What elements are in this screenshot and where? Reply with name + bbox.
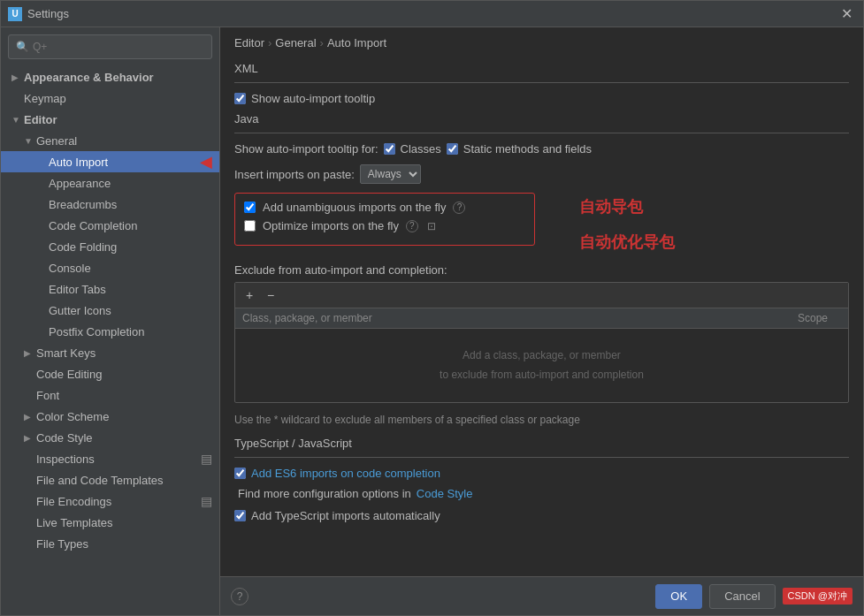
sidebar-item-code-folding[interactable]: Code Folding — [1, 236, 219, 257]
sidebar-item-label: Font — [36, 389, 59, 402]
sidebar-tree: ▶ Appearance & Behavior Keymap ▼ Editor … — [1, 66, 219, 615]
sidebar-item-code-style[interactable]: ▶ Code Style — [1, 427, 219, 448]
sidebar-item-appearance-behavior[interactable]: ▶ Appearance & Behavior — [1, 66, 219, 87]
sidebar-item-label: File and Code Templates — [36, 474, 164, 487]
exclude-toolbar: + − — [235, 283, 848, 308]
ok-button[interactable]: OK — [655, 584, 702, 609]
sidebar-item-postfix-completion[interactable]: Postfix Completion — [1, 321, 219, 342]
optimize-imports-row: Optimize imports on the fly ? ⊡ — [244, 219, 525, 232]
panel-content: XML Show auto-import tooltip Java Show a… — [220, 58, 863, 576]
sidebar-item-live-templates[interactable]: Live Templates — [1, 512, 219, 533]
exclude-col-class: Class, package, or member — [235, 308, 777, 328]
sidebar-item-label: Breadcrumbs — [49, 198, 117, 211]
sidebar-item-code-completion[interactable]: Code Completion — [1, 215, 219, 236]
close-button[interactable]: ✕ — [837, 5, 856, 22]
annotation-text-1: 自动导包 — [579, 196, 675, 217]
add-unambiguous-checkbox[interactable] — [244, 202, 256, 213]
breadcrumb-general: General — [275, 36, 316, 49]
ts-add-auto-row: Add TypeScript imports automatically — [234, 509, 849, 522]
xml-show-tooltip-checkbox[interactable] — [234, 93, 246, 104]
arrow-icon: ▼ — [24, 136, 36, 146]
red-arrow-indicator: ◀ — [200, 152, 212, 171]
sidebar-item-file-code-templates[interactable]: File and Code Templates — [1, 469, 219, 491]
sidebar-item-breadcrumbs[interactable]: Breadcrumbs — [1, 194, 219, 215]
java-static-label[interactable]: Static methods and fields — [463, 142, 592, 156]
arrow-icon: ▶ — [24, 433, 36, 443]
bottom-left: ? — [231, 588, 248, 605]
sidebar-item-font[interactable]: Font — [1, 384, 219, 406]
insert-imports-select[interactable]: Always Ask Never — [360, 164, 421, 184]
java-divider — [234, 133, 849, 133]
sidebar-item-gutter-icons[interactable]: Gutter Icons — [1, 300, 219, 321]
java-tooltip-label: Show auto-import tooltip for: — [234, 142, 378, 156]
exclude-empty-line2: to exclude from auto-import and completi… — [253, 366, 830, 385]
sidebar-item-inspections[interactable]: Inspections ▤ — [1, 448, 219, 469]
ts-add-es6-label[interactable]: Add ES6 imports on code completion — [251, 467, 440, 480]
app-icon: U — [8, 7, 22, 21]
sidebar-item-label: Code Folding — [49, 240, 117, 254]
xml-show-tooltip-row: Show auto-import tooltip — [234, 92, 849, 105]
ts-find-config-label: Find more configuration options in — [238, 487, 411, 500]
sidebar-item-appearance[interactable]: Appearance — [1, 172, 219, 194]
arrow-icon: ▼ — [11, 115, 24, 125]
ts-add-es6-checkbox[interactable] — [234, 468, 246, 479]
sidebar-item-keymap[interactable]: Keymap — [1, 87, 219, 109]
sidebar-item-auto-import[interactable]: Auto Import ◀ — [1, 151, 219, 172]
add-unambiguous-label[interactable]: Add unambiguous imports on the fly — [263, 201, 446, 214]
annotation-text-2: 自动优化导包 — [579, 232, 675, 253]
add-exclude-button[interactable]: + — [241, 286, 258, 304]
exclude-section: + − Class, package, or member Scope Add … — [234, 282, 849, 403]
breadcrumb: Editor › General › Auto Import — [220, 27, 863, 58]
ts-code-style-link[interactable]: Code Style — [417, 487, 473, 500]
cancel-button[interactable]: Cancel — [709, 584, 775, 609]
sidebar-item-file-encodings[interactable]: File Encodings ▤ — [1, 491, 219, 512]
sidebar-item-file-types[interactable]: File Types — [1, 533, 219, 554]
insert-imports-row: Insert imports on paste: Always Ask Neve… — [234, 164, 849, 184]
remove-exclude-button[interactable]: − — [262, 286, 279, 304]
xml-section-title: XML — [234, 62, 849, 75]
help-button[interactable]: ? — [231, 588, 248, 605]
breadcrumb-sep2: › — [320, 36, 324, 49]
exclude-title: Exclude from auto-import and completion: — [234, 263, 849, 277]
sidebar-item-label: Appearance — [49, 177, 111, 190]
add-unambiguous-help-icon[interactable]: ? — [453, 202, 465, 214]
window-title: Settings — [27, 7, 837, 20]
java-static-checkbox[interactable] — [447, 143, 458, 155]
inspections-badge-icon: ▤ — [201, 452, 212, 466]
sidebar-item-label: Live Templates — [36, 516, 112, 529]
sidebar-item-label: Gutter Icons — [49, 304, 111, 317]
arrow-icon: ▶ — [24, 412, 36, 422]
sidebar: 🔍 ▶ Appearance & Behavior Keymap ▼ Edito… — [1, 27, 220, 615]
bottom-bar: ? OK Cancel CSDN @对冲 — [220, 576, 863, 615]
optimize-imports-label[interactable]: Optimize imports on the fly — [263, 219, 399, 232]
sidebar-item-label: Keymap — [24, 92, 66, 105]
ts-add-auto-label[interactable]: Add TypeScript imports automatically — [251, 509, 440, 522]
sidebar-item-editor-tabs[interactable]: Editor Tabs — [1, 278, 219, 300]
java-classes-label[interactable]: Classes — [401, 142, 441, 156]
search-box[interactable]: 🔍 — [8, 34, 212, 59]
breadcrumb-editor: Editor — [234, 36, 264, 49]
breadcrumb-sep1: › — [268, 36, 271, 49]
search-input[interactable] — [33, 41, 204, 53]
file-encodings-badge-icon: ▤ — [201, 494, 212, 508]
sidebar-item-label: Code Completion — [49, 219, 137, 232]
csdn-badge: CSDN @对冲 — [783, 588, 853, 605]
optimize-imports-help-icon[interactable]: ? — [406, 220, 418, 232]
sidebar-item-code-editing[interactable]: Code Editing — [1, 363, 219, 384]
xml-show-tooltip-label[interactable]: Show auto-import tooltip — [251, 92, 375, 105]
optimize-imports-checkbox[interactable] — [244, 220, 256, 232]
sidebar-item-console[interactable]: Console — [1, 257, 219, 278]
sidebar-item-editor[interactable]: ▼ Editor — [1, 109, 219, 130]
sidebar-item-label: Appearance & Behavior — [24, 71, 154, 84]
exclude-table-header: Class, package, or member Scope — [235, 308, 848, 329]
wildcard-hint: Use the * wildcard to exclude all member… — [234, 412, 849, 428]
java-classes-checkbox[interactable] — [384, 143, 395, 155]
java-tooltip-row: Show auto-import tooltip for: Classes St… — [234, 142, 849, 156]
sidebar-item-general[interactable]: ▼ General — [1, 130, 219, 151]
ts-add-auto-checkbox[interactable] — [234, 510, 246, 521]
typescript-section-title: TypeScript / JavaScript — [234, 437, 849, 450]
sidebar-item-label: Inspections — [36, 452, 95, 466]
sidebar-item-label: File Encodings — [36, 495, 111, 508]
sidebar-item-smart-keys[interactable]: ▶ Smart Keys — [1, 342, 219, 363]
sidebar-item-color-scheme[interactable]: ▶ Color Scheme — [1, 406, 219, 427]
